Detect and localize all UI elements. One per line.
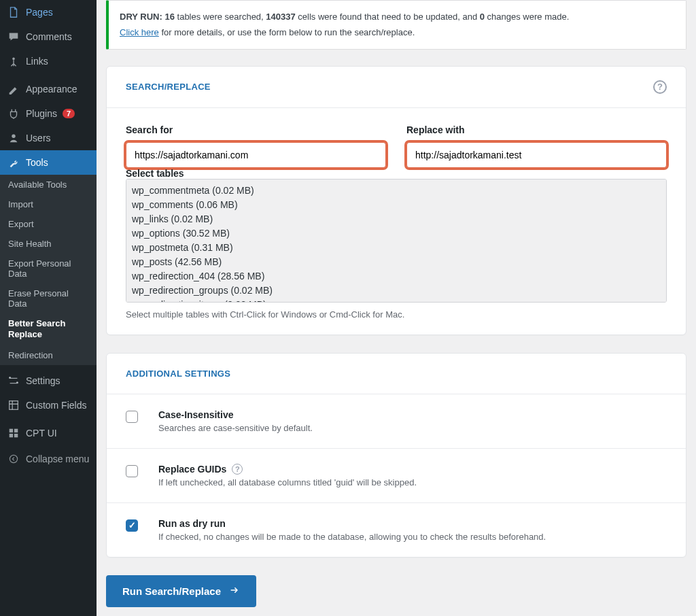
sidebar-item-cpt-ui[interactable]: CPT UI <box>0 421 97 445</box>
select-tables-listbox[interactable]: wp_commentmeta (0.02 MB)wp_comments (0.0… <box>126 179 667 303</box>
table-option[interactable]: wp_comments (0.06 MB) <box>132 198 661 212</box>
collapse-icon <box>7 452 20 466</box>
dry-run-checkbox[interactable] <box>126 519 138 532</box>
notice-tables-count: 16 <box>164 12 174 22</box>
notice-text: cells were found that need to be updated… <box>296 12 480 22</box>
setting-desc: If checked, no changes will be made to t… <box>158 532 546 542</box>
replace-with-input[interactable] <box>406 142 667 168</box>
button-label: Run Search/Replace <box>122 585 221 597</box>
setting-title: Case-Insensitive <box>158 409 313 420</box>
cpt-ui-icon <box>7 426 20 440</box>
main-content: DRY RUN: 16 tables were searched, 140337… <box>97 0 696 616</box>
notice-changes-count: 0 <box>480 12 485 22</box>
collapse-label: Collapse menu <box>26 454 89 464</box>
plugins-icon <box>7 107 20 120</box>
sidebar-item-settings[interactable]: Settings <box>0 369 97 393</box>
table-option[interactable]: wp_redirection_groups (0.02 MB) <box>132 284 661 298</box>
svg-rect-5 <box>10 433 13 437</box>
submenu-site-health[interactable]: Site Health <box>0 234 97 254</box>
svg-rect-6 <box>14 433 18 437</box>
sidebar-label: Links <box>26 56 48 67</box>
sidebar-item-links[interactable]: Links <box>0 49 97 73</box>
search-for-label: Search for <box>126 124 386 135</box>
notice-text: tables were searched, <box>175 12 266 22</box>
svg-rect-4 <box>14 428 18 432</box>
plugins-update-badge: 7 <box>63 109 75 118</box>
search-for-input[interactable] <box>126 142 386 168</box>
run-search-replace-button[interactable]: Run Search/Replace <box>106 575 256 607</box>
case-insensitive-checkbox[interactable] <box>126 411 138 423</box>
table-option[interactable]: wp_options (30.52 MB) <box>132 226 661 241</box>
comments-icon <box>7 30 20 44</box>
sidebar-item-users[interactable]: Users <box>0 126 97 150</box>
svg-point-1 <box>12 135 15 138</box>
submenu-available-tools[interactable]: Available Tools <box>0 175 97 194</box>
notice-details-link[interactable]: Click here <box>120 27 159 37</box>
replace-guids-checkbox[interactable] <box>126 465 138 477</box>
arrow-right-icon <box>229 585 240 598</box>
replace-with-label: Replace with <box>406 124 667 135</box>
submenu-redirection[interactable]: Redirection <box>0 345 97 365</box>
sidebar-item-comments[interactable]: Comments <box>0 24 97 49</box>
submenu-export-personal[interactable]: Export Personal Data <box>0 254 97 284</box>
setting-replace-guids: Replace GUIDs ? If left unchecked, all d… <box>107 448 686 502</box>
sidebar-item-tools[interactable]: Tools <box>0 150 97 175</box>
select-tables-label: Select tables <box>126 168 184 179</box>
table-option[interactable]: wp_links (0.02 MB) <box>132 212 661 226</box>
table-option[interactable]: wp_postmeta (0.31 MB) <box>132 241 661 255</box>
search-replace-title: SEARCH/REPLACE <box>126 82 211 92</box>
additional-settings-title: ADDITIONAL SETTINGS <box>126 369 230 379</box>
custom-fields-icon <box>7 398 20 412</box>
links-icon <box>7 54 20 68</box>
sidebar-label: Plugins <box>26 108 57 119</box>
table-option[interactable]: wp_redirection_items (0.02 MB) <box>132 298 661 303</box>
help-icon[interactable]: ? <box>653 80 667 94</box>
sidebar-label: CPT UI <box>26 428 57 439</box>
appearance-icon <box>7 82 20 96</box>
notice-text: changes were made. <box>485 12 569 22</box>
users-icon <box>7 131 20 145</box>
guids-help-icon[interactable]: ? <box>232 464 243 475</box>
submenu-export[interactable]: Export <box>0 214 97 234</box>
submenu-import[interactable]: Import <box>0 194 97 214</box>
search-replace-card: SEARCH/REPLACE ? Search for Replace with… <box>106 66 686 335</box>
sidebar-label: Pages <box>26 7 53 18</box>
setting-dry-run: Run as dry run If checked, no changes wi… <box>107 502 686 557</box>
setting-case-insensitive: Case-Insensitive Searches are case-sensi… <box>107 394 686 448</box>
setting-title: Replace GUIDs <box>158 464 226 475</box>
pages-icon <box>7 5 20 19</box>
sidebar-label: Settings <box>26 375 60 386</box>
notice-prefix: DRY RUN: <box>120 12 164 22</box>
svg-point-0 <box>12 58 15 61</box>
sidebar-label: Custom Fields <box>26 400 86 411</box>
setting-desc: If left unchecked, all database columns … <box>158 477 417 487</box>
submenu-better-search-replace[interactable]: Better Search Replace <box>0 313 97 345</box>
table-option[interactable]: wp_posts (42.56 MB) <box>132 255 661 269</box>
sidebar-label: Comments <box>26 31 72 42</box>
setting-desc: Searches are case-sensitive by default. <box>158 423 313 433</box>
notice-cells-count: 140337 <box>266 12 295 22</box>
settings-icon <box>7 374 20 388</box>
collapse-menu[interactable]: Collapse menu <box>0 445 97 473</box>
additional-settings-card: ADDITIONAL SETTINGS Case-Insensitive Sea… <box>106 353 686 558</box>
sidebar-item-plugins[interactable]: Plugins 7 <box>0 101 97 126</box>
setting-title: Run as dry run <box>158 518 546 529</box>
submenu-erase-personal[interactable]: Erase Personal Data <box>0 284 97 313</box>
sidebar-label: Users <box>26 133 51 143</box>
tools-icon <box>7 156 20 169</box>
sidebar-item-appearance[interactable]: Appearance <box>0 77 97 101</box>
svg-point-7 <box>10 455 17 462</box>
svg-rect-2 <box>10 400 18 409</box>
notice-text: for more details, or use the form below … <box>159 27 415 37</box>
select-tables-hint: Select multiple tables with Ctrl-Click f… <box>126 309 667 320</box>
dry-run-notice: DRY RUN: 16 tables were searched, 140337… <box>106 0 686 50</box>
sidebar-item-pages[interactable]: Pages <box>0 0 97 24</box>
svg-rect-3 <box>10 428 13 432</box>
admin-sidebar: Pages Comments Links Appearance Plugins … <box>0 0 97 616</box>
sidebar-label: Appearance <box>26 84 77 95</box>
sidebar-label: Tools <box>26 157 48 168</box>
table-option[interactable]: wp_redirection_404 (28.56 MB) <box>132 269 661 284</box>
sidebar-item-custom-fields[interactable]: Custom Fields <box>0 393 97 417</box>
tools-submenu: Available Tools Import Export Site Healt… <box>0 175 97 365</box>
table-option[interactable]: wp_commentmeta (0.02 MB) <box>132 184 661 198</box>
